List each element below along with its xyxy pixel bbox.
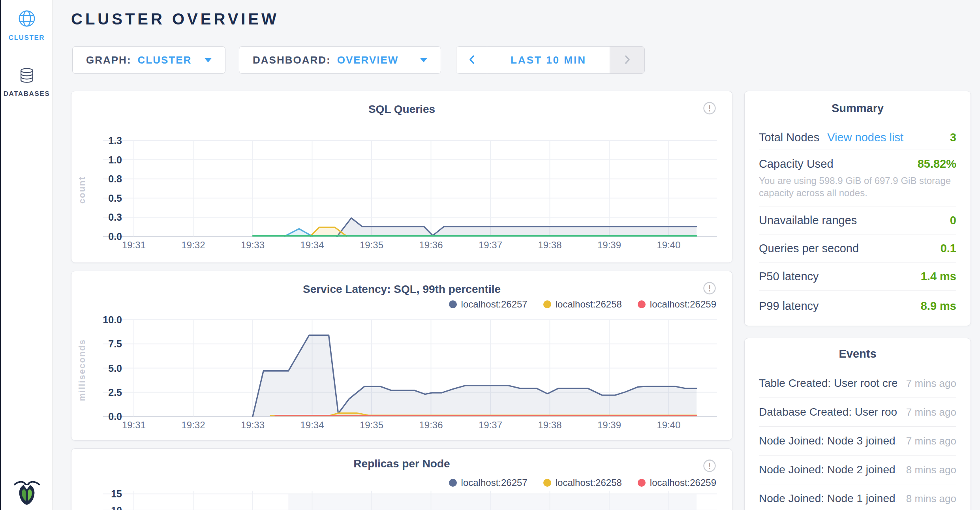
dashboard-dropdown-label: DASHBOARD:	[253, 54, 331, 66]
y-tick-label: 0.0	[108, 231, 122, 242]
x-tick-label: 19:40	[657, 420, 680, 430]
summary-panel: Summary Total NodesView nodes list3Capac…	[744, 91, 971, 326]
summary-value: 85.82%	[918, 158, 956, 171]
event-row: Node Joined: Node 3 joined…7 mins ago	[759, 427, 956, 456]
event-text: Node Joined: Node 2 joined…	[759, 463, 897, 476]
series-area-blue	[285, 229, 312, 236]
x-tick-label: 19:40	[657, 240, 680, 250]
chevron-down-icon	[205, 58, 212, 62]
x-tick-label: 19:35	[360, 420, 383, 430]
event-text: Node Joined: Node 1 joined…	[759, 492, 897, 505]
replicas-per-node-plot[interactable]: 1510	[71, 449, 733, 510]
x-tick-label: 19:35	[360, 240, 383, 250]
sidebar: CLUSTER DATABASES	[1, 0, 53, 510]
replicas-per-node-chart-card: Replicas per Node localhost:26257localho…	[71, 448, 732, 510]
x-tick-label: 19:39	[597, 240, 621, 250]
y-axis-label: count	[77, 142, 87, 237]
summary-value: 8.9 ms	[921, 300, 956, 313]
summary-rows: Total NodesView nodes list3Capacity Used…	[745, 125, 971, 321]
summary-row-top: P50 latency1.4 ms	[759, 270, 956, 283]
dashboard-dropdown[interactable]: DASHBOARD: OVERVIEW	[239, 46, 441, 74]
y-tick-label: 7.5	[108, 338, 122, 349]
sidebar-item-cluster[interactable]: CLUSTER	[1, 9, 53, 42]
x-tick-label: 19:36	[419, 420, 443, 430]
sidebar-item-databases[interactable]: DATABASES	[1, 67, 53, 98]
summary-row: Unavailable ranges0	[759, 206, 956, 234]
event-time: 7 mins ago	[897, 377, 956, 390]
page-title: CLUSTER OVERVIEW	[71, 10, 279, 28]
events-panel: Events Table Created: User root cre…7 mi…	[744, 338, 971, 510]
summary-label: Capacity Used	[759, 158, 834, 171]
y-tick-label: 2.5	[108, 387, 122, 398]
x-tick-label: 19:31	[122, 240, 146, 250]
summary-row-top: Total NodesView nodes list3	[759, 131, 956, 144]
chevron-left-icon	[467, 54, 476, 67]
summary-value: 1.4 ms	[921, 270, 956, 283]
events-list: Table Created: User root cre…7 mins agoD…	[745, 369, 971, 510]
summary-label: P50 latency	[759, 270, 819, 283]
service-latency-plot[interactable]: 0.02.55.07.510.019:3119:3219:3319:3419:3…	[71, 271, 733, 441]
y-axis-label: milliseconds	[77, 322, 87, 417]
events-title: Events	[745, 338, 971, 369]
window-edge	[0, 0, 1, 510]
y-tick-label: 10.0	[103, 314, 122, 325]
summary-row: P50 latency1.4 ms	[759, 262, 956, 291]
summary-row-top: Queries per second0.1	[759, 242, 956, 255]
x-tick-label: 19:37	[479, 240, 502, 250]
graph-dropdown-label: GRAPH:	[86, 54, 131, 66]
y-tick-label: 0.8	[108, 173, 122, 184]
x-tick-label: 19:39	[597, 420, 621, 430]
x-tick-label: 19:34	[300, 240, 324, 250]
x-tick-label: 19:33	[241, 420, 265, 430]
summary-row-top: Unavailable ranges0	[759, 214, 956, 227]
summary-row-top: P99 latency8.9 ms	[759, 300, 956, 313]
event-time: 8 mins ago	[897, 493, 956, 505]
time-range-next-button[interactable]	[610, 47, 644, 73]
y-tick-label: 1.3	[108, 135, 122, 146]
x-tick-label: 19:38	[538, 240, 561, 250]
x-tick-label: 19:32	[181, 240, 205, 250]
sql-queries-plot[interactable]: 0.00.30.50.81.01.319:3119:3219:3319:3419…	[71, 91, 733, 263]
event-row: Node Joined: Node 2 joined…8 mins ago	[759, 456, 956, 484]
graph-dropdown[interactable]: GRAPH: CLUSTER	[72, 46, 225, 74]
event-time: 7 mins ago	[897, 435, 956, 447]
x-tick-label: 19:36	[419, 240, 443, 250]
series-area-localhost:26257	[253, 335, 697, 416]
time-range-prev-button[interactable]	[456, 47, 487, 73]
chevron-down-icon	[420, 58, 427, 62]
event-text: Node Joined: Node 3 joined…	[759, 435, 897, 447]
y-tick-label: 1.0	[108, 154, 122, 165]
database-icon	[19, 67, 35, 85]
summary-row: P99 latency8.9 ms	[759, 291, 956, 321]
event-text: Table Created: User root cre…	[759, 377, 897, 390]
service-latency-chart-card: Service Latency: SQL, 99th percentile lo…	[71, 271, 732, 441]
y-tick-label: 0.5	[108, 193, 122, 204]
summary-row: Queries per second0.1	[759, 234, 956, 262]
summary-label: P99 latency	[759, 300, 819, 313]
summary-value: 0	[950, 214, 956, 227]
summary-label: Queries per second	[759, 242, 859, 255]
series-area-navy	[337, 218, 697, 236]
event-time: 7 mins ago	[897, 406, 956, 418]
globe-icon	[18, 9, 36, 29]
cockroachdb-logo[interactable]	[12, 477, 41, 508]
summary-row: Total NodesView nodes list3	[759, 125, 956, 150]
graph-dropdown-value: CLUSTER	[138, 54, 192, 66]
time-range-value[interactable]: LAST 10 MIN	[487, 47, 610, 73]
summary-label: Total Nodes	[759, 131, 819, 144]
x-tick-label: 19:31	[122, 420, 146, 430]
summary-title: Summary	[745, 91, 971, 125]
view-nodes-list-link[interactable]: View nodes list	[827, 131, 903, 144]
summary-row-top: Capacity Used85.82%	[759, 158, 956, 171]
event-text: Database Created: User roo…	[759, 406, 897, 418]
y-tick-label: 10	[111, 505, 122, 510]
x-tick-label: 19:37	[479, 420, 502, 430]
summary-value: 0.1	[941, 242, 956, 255]
y-tick-label: 5.0	[108, 363, 122, 374]
event-row: Database Created: User roo…7 mins ago	[759, 398, 956, 427]
summary-row: Capacity Used85.82%You are using 598.9 G…	[759, 150, 956, 206]
x-tick-label: 19:33	[241, 240, 265, 250]
x-tick-label: 19:34	[300, 420, 324, 430]
dashboard-dropdown-value: OVERVIEW	[337, 54, 399, 66]
y-tick-label: 15	[111, 488, 122, 499]
